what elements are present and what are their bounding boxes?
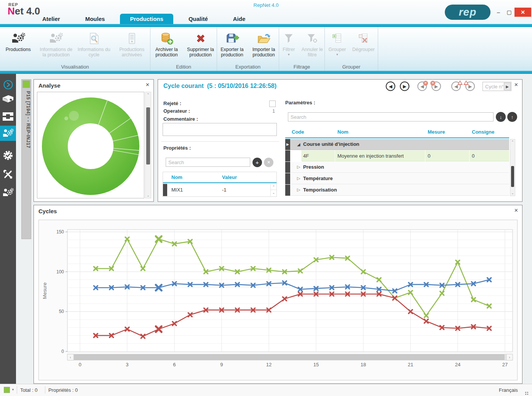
close-button[interactable]: ✕ <box>514 8 531 17</box>
infos-cycle-label: Informations du cycle <box>76 47 112 57</box>
next-cycle-button[interactable]: ▶ <box>400 81 409 91</box>
archiver-production-label: Archiver la production <box>150 47 183 57</box>
search-down-button[interactable]: ↓ <box>496 112 506 122</box>
group-label-exportation: Exportation <box>217 64 279 70</box>
tab-aide[interactable]: Aide <box>223 14 256 24</box>
param-group-row-temperature[interactable]: ▷ Température <box>285 173 509 184</box>
group-label-edition: Edition <box>150 64 217 70</box>
cell-separator <box>469 150 470 161</box>
row-gutter <box>285 150 290 161</box>
rejete-label: Rejeté : <box>163 101 181 106</box>
group-label-visualisation: Visualisation <box>0 64 150 70</box>
prop-scroll-up-icon[interactable]: ⌃ <box>271 184 276 190</box>
left-sidebar <box>0 74 16 384</box>
param-group-row-pression[interactable]: ▷ Pression <box>285 162 509 173</box>
param-group-name: Course unité d'injection <box>303 141 359 147</box>
cycles-close-icon[interactable]: ✕ <box>514 208 518 213</box>
proprietes-search-input[interactable] <box>166 158 250 167</box>
sidebar-item-productions[interactable] <box>0 126 16 141</box>
cycles-line-chart[interactable]: 0501001500369121518212427Mesure‹› <box>39 220 517 380</box>
param-group-row-course[interactable]: ▶ ◢ Course unité d'injection <box>285 139 509 150</box>
status-color-dropdown-icon[interactable]: ▼ <box>11 388 14 391</box>
rep-brand-text: rep <box>459 6 477 18</box>
collapsed-icon[interactable]: ▷ <box>297 176 300 181</box>
param-scroll-down-icon[interactable]: ⌄ <box>510 190 515 196</box>
commentaire-label: Commentaire : <box>163 116 198 122</box>
alarm-badge-icon-2 <box>463 80 469 85</box>
svg-text:‹: ‹ <box>70 355 71 359</box>
proprietes-mini-scrollbar[interactable]: ⌃ ⌄ <box>270 184 276 196</box>
sidebar-item-production-secondaire[interactable] <box>0 185 16 200</box>
param-group-name: Temporisation <box>303 187 337 193</box>
donut-chart[interactable] <box>37 92 144 198</box>
minimize-button[interactable]: – <box>493 8 504 17</box>
next-alarm-cycle-button[interactable]: ▶ <box>465 81 475 91</box>
mold-icon <box>2 112 14 121</box>
productions-label: Productions <box>6 47 31 52</box>
svg-text:50: 50 <box>59 309 64 314</box>
cycles-panel: Cycles ✕ 0501001500369121518212427Mesure… <box>34 205 522 384</box>
next-rejected-cycle-button[interactable]: ✕▶ <box>431 81 441 91</box>
sidebar-item-outils[interactable] <box>0 167 16 182</box>
collapsed-icon[interactable]: ▷ <box>297 164 300 169</box>
scroll-down-icon[interactable]: ⌄ <box>145 193 151 198</box>
application-window: RepNet 4.0 REP Net 4.0 rep – ▢ ✕ Atelier… <box>0 0 532 396</box>
scroll-up-icon[interactable]: ⌃ <box>145 92 151 97</box>
prop-scroll-down-icon[interactable]: ⌄ <box>271 190 276 196</box>
resize-grip-icon[interactable] <box>527 392 528 393</box>
logo-n: N <box>8 5 15 17</box>
svg-text:0: 0 <box>61 349 64 354</box>
current-row-indicator-icon: ▶ <box>286 142 289 146</box>
ribbon-toolbar: Productions Informations de la productio… <box>0 27 532 71</box>
svg-text:3: 3 <box>126 362 128 367</box>
analyse-scrollbar[interactable]: ⌃ ⌄ <box>145 92 151 198</box>
sidebar-item-machines[interactable] <box>0 91 16 107</box>
commentaire-textarea[interactable] <box>163 123 277 136</box>
tab-moules[interactable]: Moules <box>75 14 115 24</box>
status-language: Français <box>499 387 518 393</box>
svg-text:12: 12 <box>266 362 272 367</box>
sidebar-item-expand[interactable] <box>0 77 16 92</box>
analyse-scroll-thumb[interactable] <box>146 107 150 164</box>
param-scroll-thumb[interactable] <box>511 166 514 187</box>
param-col-mesure: Mesure <box>428 129 445 135</box>
operateur-value: 1 <box>272 108 275 114</box>
proprietes-row-nom[interactable]: MIX1 <box>171 187 183 193</box>
status-bar: ▼ Total : 0 Propriétés : 0 Français <box>0 384 532 396</box>
tab-atelier[interactable]: Atelier <box>32 14 70 24</box>
collapsed-icon[interactable]: ▷ <box>297 187 300 192</box>
svg-text:0: 0 <box>78 362 81 367</box>
export-floppy-icon <box>225 32 239 45</box>
tools-icon <box>3 169 13 179</box>
expanded-icon[interactable]: ◢ <box>297 142 300 147</box>
goto-cycle-icon[interactable]: ▶ <box>504 83 511 90</box>
row-gutter: ▶ <box>285 139 290 150</box>
sidebar-item-qualite[interactable] <box>0 148 16 163</box>
svg-text:18: 18 <box>361 362 366 367</box>
machine-icon <box>2 94 14 104</box>
status-color-square[interactable] <box>4 387 10 393</box>
parametres-scrollbar[interactable]: ⌃ ⌄ <box>510 139 515 196</box>
previous-cycle-button[interactable]: ◀ <box>386 81 395 91</box>
param-data-row-4f[interactable]: 4F Moyenne en injection transfert 0 0 <box>285 150 509 161</box>
proprietes-row-valeur[interactable]: -1 <box>222 187 227 193</box>
previous-alarm-cycle-button[interactable]: ◀ <box>451 81 461 91</box>
rejete-checkbox[interactable] <box>269 101 276 107</box>
tab-productions[interactable]: Productions <box>120 14 173 24</box>
cycle-courant-close-icon[interactable]: ✕ <box>514 82 518 88</box>
parametres-search-input[interactable] <box>288 112 494 121</box>
sidebar-item-moules[interactable] <box>0 109 16 124</box>
parametres-label: Paramètres : <box>285 100 315 105</box>
analyse-close-icon[interactable]: ✕ <box>145 82 150 88</box>
add-property-button[interactable]: + <box>252 158 262 167</box>
analyse-chart-area <box>37 92 144 198</box>
param-scroll-up-icon[interactable]: ⌃ <box>510 139 515 145</box>
param-group-row-temporisation[interactable]: ▷ Temporisation <box>285 185 509 196</box>
param-cell-mesure: 0 <box>428 153 430 159</box>
maximize-button[interactable]: ▢ <box>504 8 514 17</box>
ribbon-group-filtrage: Filtrer ▾ Annuler le filtre Filtrage <box>279 27 325 71</box>
machine-tab[interactable]: P15 [7194] - - REP-INJ17 <box>21 79 31 239</box>
search-up-button[interactable]: ↑ <box>507 112 517 122</box>
previous-rejected-cycle-button[interactable]: ◀✕ <box>417 81 427 91</box>
tab-qualite[interactable]: Qualité <box>179 14 218 24</box>
